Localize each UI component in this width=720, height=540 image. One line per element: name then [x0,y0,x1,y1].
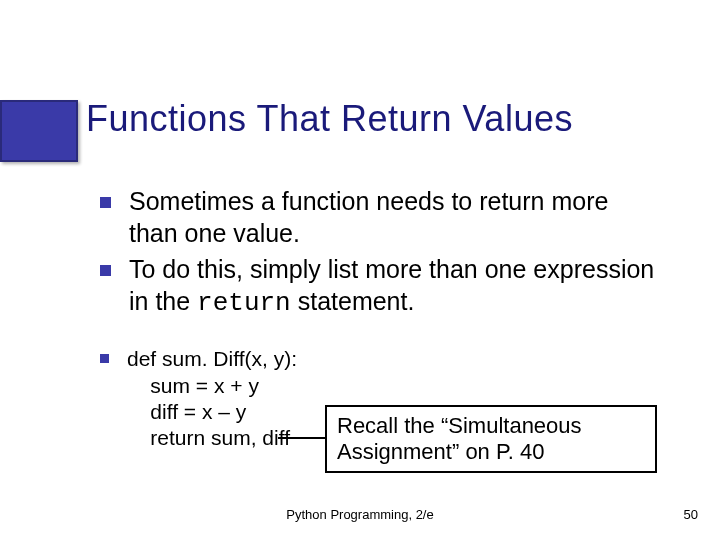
square-bullet-icon [100,197,111,208]
bullet-item: To do this, simply list more than one ex… [100,253,660,320]
page-number: 50 [684,507,698,522]
square-bullet-icon [100,354,109,363]
bullet-item: Sometimes a function needs to return mor… [100,185,660,249]
bullet-text-part: statement. [291,287,415,315]
inline-code: return [197,288,291,318]
bullet-text: To do this, simply list more than one ex… [129,253,660,320]
title-accent-bar [0,100,78,162]
code-block: def sum. Diff(x, y): sum = x + y diff = … [127,346,297,451]
bullet-text: Sometimes a function needs to return mor… [129,185,660,249]
callout-connector [278,437,326,439]
slide-title: Functions That Return Values [86,98,573,140]
square-bullet-icon [100,265,111,276]
callout-box: Recall the “Simultaneous Assignment” on … [325,405,657,473]
footer-text: Python Programming, 2/e [0,507,720,522]
